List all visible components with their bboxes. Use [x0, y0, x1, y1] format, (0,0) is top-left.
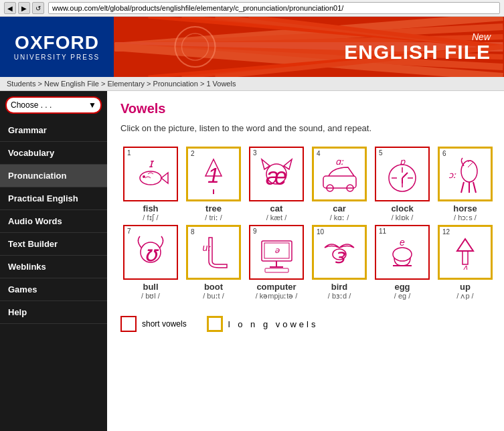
svg-text:ɜ: ɜ: [334, 245, 346, 267]
egg-illustration: e: [381, 231, 424, 274]
short-vowel-label: short vowels: [142, 319, 187, 329]
vowel-word-up: up: [460, 282, 471, 292]
svg-point-56: [393, 248, 412, 261]
header-banner: New ENGLISH FILE: [114, 17, 504, 77]
vowel-img-boot[interactable]: 8 uː: [186, 225, 241, 280]
header: OXFORD UNIVERSITY PRESS: [0, 17, 504, 77]
main-container: Choose . . . ▼ Grammar Vocabulary Pronun…: [0, 91, 504, 431]
oxford-title: OXFORD: [15, 33, 99, 52]
legend: short vowels l o n g vowels: [120, 311, 495, 337]
url-input[interactable]: [48, 2, 500, 14]
vowel-img-egg[interactable]: 11 e: [375, 225, 430, 280]
vowel-phonetic-up: / ʌp /: [456, 292, 473, 300]
vowel-cell-car: 4 ɑː car / kɑː /: [309, 147, 369, 222]
vowel-phonetic-cat: / kæt /: [266, 213, 287, 222]
vowel-img-computer[interactable]: 9 ə: [249, 225, 304, 280]
vowel-word-bird: bird: [331, 282, 348, 292]
vowel-phonetic-fish: / fɪʃ /: [143, 213, 158, 222]
vowel-phonetic-horse: / hɔːs /: [454, 213, 477, 222]
nav-buttons: ◀ ▶ ↺: [4, 2, 44, 14]
svg-text:ɔː: ɔː: [448, 170, 456, 180]
vowel-cell-computer: 9 ə computer / kəmpjuːtə /: [246, 225, 307, 300]
horse-illustration: ɔː: [444, 153, 487, 196]
vowel-cell-bull: 7 ʊ bull / bʊl /: [120, 225, 181, 300]
svg-text:ʌ: ʌ: [463, 263, 467, 271]
vowel-cell-horse: 6 ɔː horse / hɔːs /: [435, 147, 495, 222]
svg-text:ə: ə: [274, 246, 279, 255]
banner-product-name: ENGLISH FILE: [344, 41, 491, 63]
svg-text:uː: uː: [202, 242, 212, 253]
sidebar: Choose . . . ▼ Grammar Vocabulary Pronun…: [0, 91, 107, 431]
bird-illustration: ɜ: [318, 231, 361, 274]
svg-line-41: [461, 182, 464, 193]
vowel-cell-clock: 5 ɒ clock / klɒk /: [372, 147, 432, 222]
vowel-cell-boot: 8 uː boot / buːt /: [183, 225, 244, 300]
svg-rect-60: [463, 251, 468, 264]
forward-button[interactable]: ▶: [18, 2, 30, 14]
svg-text:ɪ: ɪ: [148, 157, 154, 170]
vowel-phonetic-bull: / bʊl /: [141, 292, 160, 300]
svg-line-43: [473, 182, 476, 193]
svg-line-37: [402, 173, 408, 178]
vowel-cell-up: 12 ʌ up / ʌp /: [435, 225, 495, 300]
vowel-phonetic-bird: / bɜːd /: [328, 292, 351, 300]
up-illustration: ʌ: [444, 231, 487, 274]
sidebar-item-help[interactable]: Help: [0, 301, 107, 324]
sidebar-item-text-builder[interactable]: Text Builder: [0, 233, 107, 256]
sidebar-item-weblinks[interactable]: Weblinks: [0, 256, 107, 278]
vowel-cell-bird: 10 ɜ bird / bɜːd /: [309, 225, 369, 300]
long-vowel-label: l o n g vowels: [228, 319, 319, 329]
vowel-cell-cat: 3 æ cat / kæt /: [246, 147, 307, 222]
vowel-phonetic-boot: / buːt /: [203, 292, 224, 300]
page-title: Vowels: [120, 101, 495, 116]
sidebar-item-pronunciation[interactable]: Pronunciation: [0, 165, 107, 187]
vowel-img-up[interactable]: 12 ʌ: [438, 225, 493, 280]
fish-illustration: ɪ: [129, 153, 173, 196]
oxford-logo: OXFORD UNIVERSITY PRESS: [0, 17, 114, 77]
svg-marker-18: [161, 173, 168, 183]
sidebar-item-grammar[interactable]: Grammar: [0, 119, 107, 142]
sidebar-item-practical-english[interactable]: Practical English: [0, 187, 107, 210]
vowel-phonetic-car: / kɑː /: [330, 213, 349, 222]
tree-illustration: 1: [192, 153, 236, 196]
vowel-phonetic-computer: / kəmpjuːtə /: [256, 292, 298, 300]
vowel-phonetic-tree: / triː /: [205, 213, 222, 222]
vowel-word-computer: computer: [256, 282, 296, 292]
sidebar-dropdown[interactable]: Choose . . . ▼: [5, 96, 102, 114]
breadcrumb: Students > New English File > Elementary…: [0, 77, 504, 91]
vowel-word-clock: clock: [391, 203, 413, 213]
cat-illustration: æ: [255, 153, 299, 196]
vowel-img-clock[interactable]: 5 ɒ: [375, 147, 430, 201]
long-vowel-box: [207, 316, 223, 332]
car-illustration: ɑː: [318, 153, 361, 196]
legend-long-vowels: l o n g vowels: [207, 316, 319, 332]
sidebar-item-audio-words[interactable]: Audio Words: [0, 210, 107, 233]
clock-illustration: ɒ: [381, 153, 424, 196]
address-bar: ◀ ▶ ↺: [0, 0, 504, 17]
dropdown-arrow-icon: ▼: [88, 100, 96, 110]
vowel-img-bull[interactable]: 7 ʊ: [123, 225, 178, 280]
vowel-phonetic-clock: / klɒk /: [392, 213, 414, 222]
vowel-img-car[interactable]: 4 ɑː: [312, 147, 367, 201]
computer-illustration: ə: [255, 231, 299, 274]
vowel-img-horse[interactable]: 6 ɔː: [438, 147, 493, 201]
vowel-cell-egg: 11 e egg / eg /: [372, 225, 432, 300]
back-button[interactable]: ◀: [4, 2, 16, 14]
bull-illustration: ʊ: [129, 231, 173, 274]
vowel-img-cat[interactable]: 3 æ: [249, 147, 304, 201]
vowel-img-tree[interactable]: 2 1: [186, 147, 241, 201]
legend-short-vowels: short vowels: [120, 316, 187, 332]
vowel-img-bird[interactable]: 10 ɜ: [312, 225, 367, 280]
vowel-word-horse: horse: [453, 203, 477, 213]
refresh-button[interactable]: ↺: [32, 2, 44, 14]
svg-point-40: [461, 161, 477, 182]
vowel-cell-tree: 2 1 tree / triː /: [183, 147, 244, 222]
sidebar-item-games[interactable]: Games: [0, 278, 107, 301]
vowel-img-fish[interactable]: 1 ɪ: [123, 147, 178, 201]
content-area: Vowels Click on the picture, listen to t…: [107, 91, 504, 431]
vowel-phonetic-egg: / eg /: [394, 292, 410, 300]
sidebar-item-vocabulary[interactable]: Vocabulary: [0, 142, 107, 165]
vowel-word-egg: egg: [394, 282, 410, 292]
vowel-word-boot: boot: [204, 282, 223, 292]
svg-rect-28: [323, 176, 356, 188]
